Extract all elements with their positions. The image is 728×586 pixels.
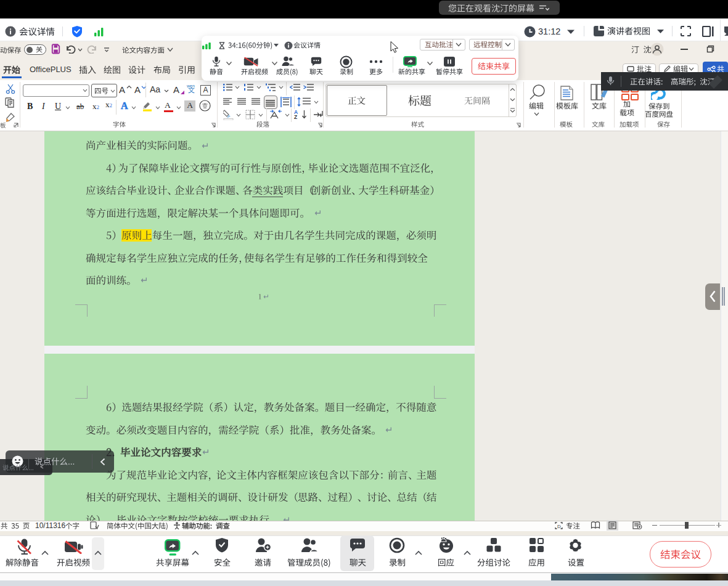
svg-text:D: D: [557, 524, 561, 529]
